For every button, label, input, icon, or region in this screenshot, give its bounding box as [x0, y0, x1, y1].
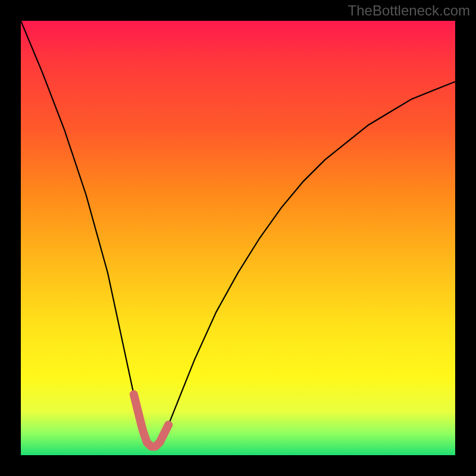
valley-highlight-path — [134, 394, 168, 447]
bottleneck-curve-path — [21, 21, 455, 446]
chart-svg — [21, 21, 455, 455]
chart-plot-area — [21, 21, 455, 455]
watermark-text: TheBottleneck.com — [348, 2, 470, 19]
